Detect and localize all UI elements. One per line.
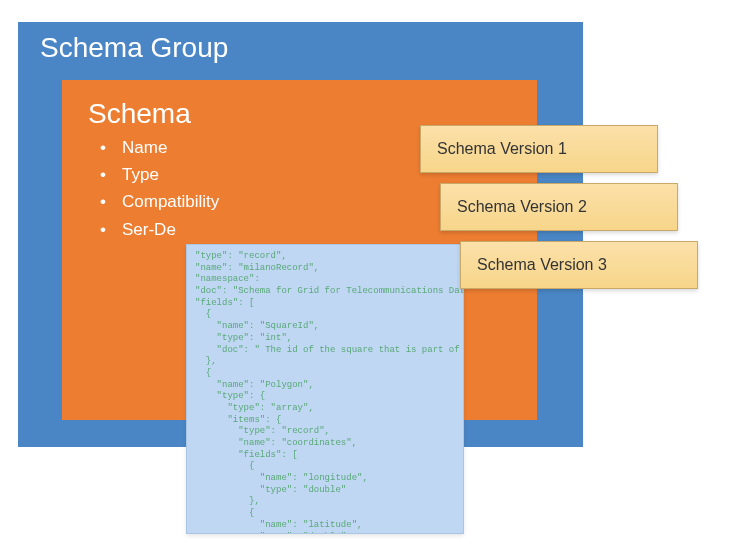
version-label: Schema Version 1 <box>437 140 567 158</box>
version-card-2: Schema Version 2 <box>440 183 678 231</box>
schema-group-title: Schema Group <box>40 32 583 64</box>
version-label: Schema Version 2 <box>457 198 587 216</box>
version-card-3: Schema Version 3 <box>460 241 698 289</box>
code-snippet-panel: "type": "record", "name": "milanoRecord"… <box>186 244 464 534</box>
version-card-1: Schema Version 1 <box>420 125 658 173</box>
version-label: Schema Version 3 <box>477 256 607 274</box>
